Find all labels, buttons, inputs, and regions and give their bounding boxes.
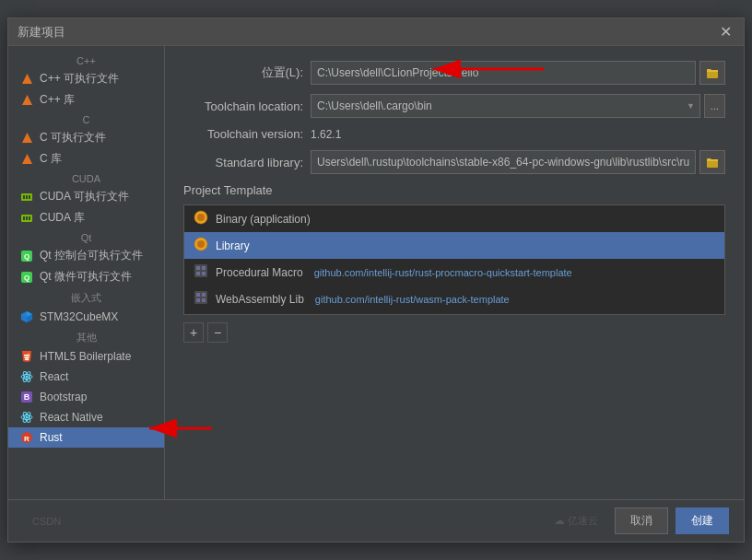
- svg-rect-7: [29, 195, 30, 199]
- svg-marker-3: [22, 154, 32, 164]
- svg-rect-9: [23, 216, 25, 220]
- toolchain-select-wrap: C:\Users\dell\.cargo\bin: [311, 94, 700, 118]
- sidebar-item-label: C 库: [40, 151, 62, 167]
- react-native-icon: [19, 410, 34, 425]
- svg-marker-0: [22, 74, 32, 84]
- bootstrap-icon: B: [19, 390, 34, 404]
- svg-text:B: B: [24, 392, 30, 402]
- watermark-yiyun: ☁ 亿速云: [554, 514, 598, 528]
- sidebar-item-rust[interactable]: R Rust: [8, 427, 164, 448]
- sidebar-item-label: Bootstrap: [40, 391, 87, 403]
- template-actions: + −: [183, 322, 725, 343]
- sidebar-item-label: C++ 库: [40, 92, 75, 108]
- toolchain-location-row: Toolchain location: C:\Users\dell\.cargo…: [183, 94, 725, 118]
- sidebar-item-label: Rust: [40, 431, 63, 444]
- svg-point-25: [26, 376, 29, 379]
- sidebar-item-cpp-exe[interactable]: C++ 可执行文件: [8, 68, 164, 89]
- toolchain-version-row: Toolchain version: 1.62.1: [183, 127, 725, 141]
- triangle-icon: [19, 152, 34, 167]
- template-item-binary[interactable]: Binary (application): [184, 205, 724, 232]
- section-label-c: C: [8, 111, 164, 127]
- template-item-link: github.com/intellij-rust/rust-procmacro-…: [314, 267, 572, 278]
- svg-rect-50: [202, 293, 206, 297]
- procmacro-icon: [194, 263, 208, 281]
- svg-text:Q: Q: [24, 252, 29, 261]
- svg-marker-1: [22, 95, 32, 105]
- sidebar-item-qt-console[interactable]: Q Qt 控制台可执行文件: [8, 245, 164, 266]
- stdlib-input-wrap: [311, 150, 725, 174]
- svg-text:Q: Q: [24, 274, 29, 282]
- sidebar-item-stm32[interactable]: STM32CubeMX: [8, 307, 164, 327]
- stdlib-browse-button[interactable]: [699, 150, 725, 174]
- svg-rect-22: [24, 355, 29, 356]
- stdlib-input[interactable]: [311, 150, 696, 174]
- sidebar-item-label: C 可执行文件: [40, 130, 106, 146]
- template-item-label: Binary (application): [216, 213, 311, 226]
- svg-rect-6: [26, 195, 28, 199]
- sidebar-item-react-native[interactable]: React Native: [8, 407, 164, 427]
- sidebar-item-cuda-exe[interactable]: CUDA 可执行文件: [8, 186, 164, 207]
- stdlib-label: Standard library:: [183, 156, 303, 169]
- svg-rect-24: [25, 359, 29, 361]
- close-button[interactable]: ✕: [716, 23, 734, 41]
- sidebar-item-c-exe[interactable]: C 可执行文件: [8, 127, 164, 148]
- svg-rect-46: [196, 272, 200, 275]
- sidebar-item-qt-widget[interactable]: Q Qt 微件可执行文件: [8, 266, 164, 287]
- cancel-button[interactable]: 取消: [615, 508, 668, 534]
- location-label: 位置(L):: [183, 64, 303, 81]
- sidebar-item-c-lib[interactable]: C 库: [8, 148, 164, 169]
- template-item-wasm[interactable]: WebAssembly Lib github.com/intellij-rust…: [184, 286, 724, 312]
- remove-template-button[interactable]: −: [207, 322, 228, 343]
- svg-rect-23: [25, 357, 29, 359]
- svg-rect-11: [29, 216, 30, 220]
- svg-rect-51: [196, 298, 200, 302]
- template-item-label: Library: [216, 239, 250, 252]
- new-project-dialog: 新建项目 ✕ C++ C++ 可执行文件 C++ 库 C: [7, 18, 745, 542]
- svg-rect-10: [26, 216, 28, 220]
- sidebar-item-cuda-lib[interactable]: CUDA 库: [8, 207, 164, 228]
- sidebar-item-label: C++ 可执行文件: [40, 71, 119, 87]
- location-browse-button[interactable]: [699, 61, 725, 85]
- triangle-icon: [19, 72, 34, 87]
- sidebar-item-html5[interactable]: HTML5 Boilerplate: [8, 346, 164, 367]
- dialog-footer: CSDN ☁ 亿速云 取消 创建: [8, 499, 744, 542]
- location-row: 位置(L):: [183, 61, 725, 85]
- wasm-icon: [194, 290, 208, 308]
- template-item-link: github.com/intellij-rust/wasm-pack-templ…: [315, 294, 510, 305]
- folder-icon: [706, 66, 719, 79]
- sidebar-item-react[interactable]: React: [8, 367, 164, 387]
- rust-icon: R: [19, 430, 34, 445]
- svg-rect-52: [202, 298, 206, 302]
- svg-rect-44: [196, 266, 200, 270]
- toolchain-label: Toolchain location:: [183, 99, 303, 113]
- location-input-wrap: [311, 61, 725, 85]
- sidebar-item-bootstrap[interactable]: B Bootstrap: [8, 387, 164, 407]
- add-template-button[interactable]: +: [183, 322, 204, 343]
- svg-rect-47: [202, 272, 206, 275]
- svg-text:R: R: [24, 435, 29, 443]
- template-item-procmacro[interactable]: Procedural Macro github.com/intellij-rus…: [184, 259, 724, 286]
- svg-point-42: [197, 240, 205, 248]
- sidebar-item-label: HTML5 Boilerplate: [40, 350, 131, 363]
- toolchain-browse-button[interactable]: ...: [704, 94, 725, 118]
- sidebar-item-label: STM32CubeMX: [40, 310, 118, 323]
- toolchain-select[interactable]: C:\Users\dell\.cargo\bin: [311, 94, 700, 118]
- content-area: 位置(L): Toolchain location:: [165, 46, 744, 499]
- html5-icon: [19, 349, 34, 364]
- sidebar-item-label: React: [40, 370, 68, 383]
- triangle-icon: [19, 93, 34, 108]
- toolchain-version-label: Toolchain version:: [183, 127, 303, 141]
- svg-rect-49: [196, 293, 200, 297]
- location-input[interactable]: [311, 61, 696, 85]
- gpu-icon: [19, 211, 34, 226]
- sidebar-item-cpp-lib[interactable]: C++ 库: [8, 89, 164, 111]
- section-label-qt: Qt: [8, 228, 164, 245]
- toolchain-input-wrap: C:\Users\dell\.cargo\bin ...: [311, 94, 725, 118]
- create-button[interactable]: 创建: [676, 508, 729, 534]
- sidebar-item-label: Qt 微件可执行文件: [40, 269, 132, 285]
- sidebar-item-label: CUDA 可执行文件: [40, 189, 129, 204]
- template-item-library[interactable]: Library: [184, 232, 724, 259]
- sidebar: C++ C++ 可执行文件 C++ 库 C C 可执行文件: [8, 46, 165, 499]
- sidebar-item-label: Qt 控制台可执行文件: [40, 248, 143, 263]
- gpu-icon: [19, 190, 34, 204]
